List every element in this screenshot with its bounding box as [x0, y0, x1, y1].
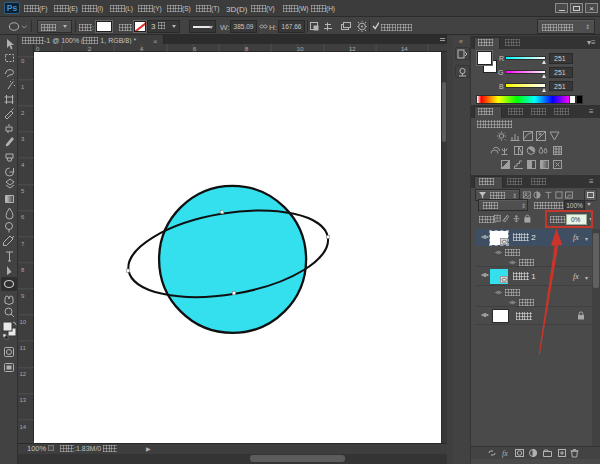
svg-text:fx: fx: [502, 449, 508, 458]
